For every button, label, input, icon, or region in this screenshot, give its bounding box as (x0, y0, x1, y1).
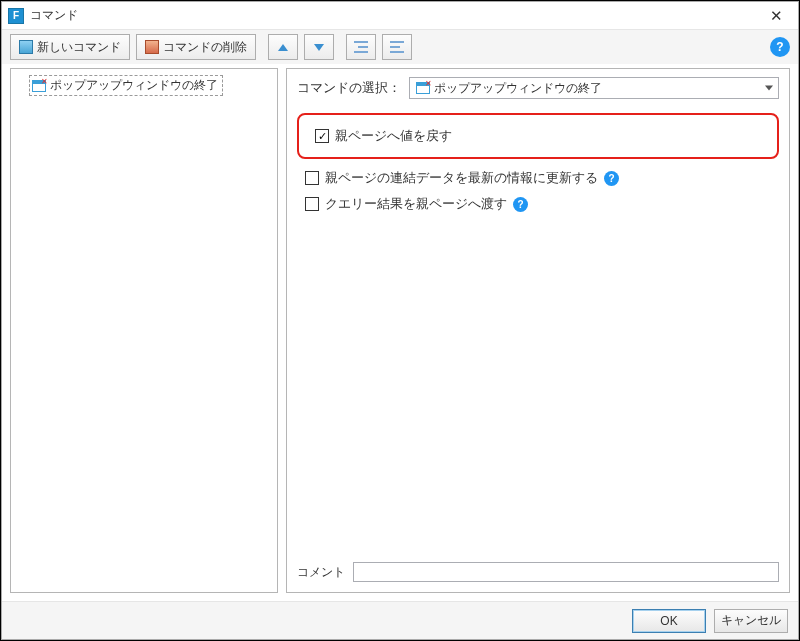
arrow-up-icon (278, 44, 288, 51)
help-button[interactable]: ? (770, 37, 790, 57)
move-down-button[interactable] (304, 34, 334, 60)
refresh-parent-option[interactable]: 親ページの連結データを最新の情報に更新する ? (297, 165, 779, 191)
refresh-parent-label: 親ページの連結データを最新の情報に更新する (325, 169, 598, 187)
titlebar: F コマンド ✕ (2, 2, 798, 30)
pass-query-option[interactable]: クエリー結果を親ページへ渡す ? (297, 191, 779, 217)
new-command-label: 新しいコマンド (37, 39, 121, 56)
command-tree-panel: ポップアップウィンドウの終了 (10, 68, 278, 593)
tree-item-close-popup[interactable]: ポップアップウィンドウの終了 (29, 75, 223, 96)
command-select-dropdown[interactable]: ポップアップウィンドウの終了 (409, 77, 779, 99)
move-up-button[interactable] (268, 34, 298, 60)
return-value-checkbox[interactable] (315, 129, 329, 143)
command-select-row: コマンドの選択： ポップアップウィンドウの終了 (287, 69, 789, 107)
window-title: コマンド (30, 7, 760, 24)
options-area: 親ページへ値を戻す 親ページの連結データを最新の情報に更新する ? クエリー結果… (287, 107, 789, 556)
delete-command-label: コマンドの削除 (163, 39, 247, 56)
return-value-label: 親ページへ値を戻す (335, 127, 452, 145)
comment-label: コメント (297, 564, 345, 581)
pass-query-help-icon[interactable]: ? (513, 197, 528, 212)
command-select-label: コマンドの選択： (297, 79, 401, 97)
arrow-down-icon (314, 44, 324, 51)
delete-command-button[interactable]: コマンドの削除 (136, 34, 256, 60)
pass-query-label: クエリー結果を親ページへ渡す (325, 195, 507, 213)
pass-query-checkbox[interactable] (305, 197, 319, 211)
new-command-icon (19, 40, 33, 54)
tree-item-label: ポップアップウィンドウの終了 (50, 77, 218, 94)
indent-button[interactable] (346, 34, 376, 60)
delete-command-icon (145, 40, 159, 54)
refresh-parent-help-icon[interactable]: ? (604, 171, 619, 186)
command-select-value: ポップアップウィンドウの終了 (434, 80, 602, 97)
close-popup-icon (416, 82, 430, 94)
dialog-footer: OK キャンセル (2, 601, 798, 639)
cancel-button[interactable]: キャンセル (714, 609, 788, 633)
command-dialog: F コマンド ✕ 新しいコマンド コマンドの削除 ? (1, 1, 799, 640)
ok-label: OK (660, 614, 677, 628)
comment-row: コメント (287, 556, 789, 592)
outdent-button[interactable] (382, 34, 412, 60)
close-popup-icon (32, 80, 46, 92)
outdent-icon (390, 41, 404, 53)
indent-icon (354, 41, 368, 53)
ok-button[interactable]: OK (632, 609, 706, 633)
toolbar: 新しいコマンド コマンドの削除 ? (2, 30, 798, 64)
comment-input[interactable] (353, 562, 779, 582)
cancel-label: キャンセル (721, 612, 781, 629)
highlighted-option-box: 親ページへ値を戻す (297, 113, 779, 159)
command-detail-panel: コマンドの選択： ポップアップウィンドウの終了 親ページへ値を戻す 親ページの連… (286, 68, 790, 593)
content-area: ポップアップウィンドウの終了 コマンドの選択： ポップアップウィンドウの終了 親… (2, 64, 798, 601)
close-button[interactable]: ✕ (760, 4, 792, 28)
refresh-parent-checkbox[interactable] (305, 171, 319, 185)
return-value-option[interactable]: 親ページへ値を戻す (307, 123, 769, 149)
new-command-button[interactable]: 新しいコマンド (10, 34, 130, 60)
app-icon: F (8, 8, 24, 24)
